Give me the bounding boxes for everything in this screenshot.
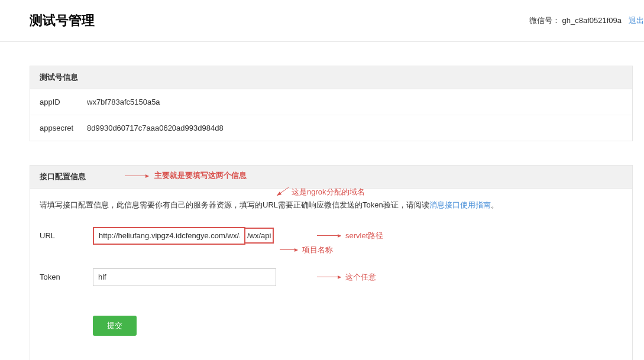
test-info-header: 测试号信息 [30, 66, 632, 89]
appid-row: appID wx7bf783afc5150a5a [30, 89, 632, 115]
main-content: 测试号信息 appID wx7bf783afc5150a5a appsecret… [0, 42, 644, 360]
url-input[interactable] [94, 228, 244, 244]
url-row: URL /wx/api servlet路径 项目名称 [30, 221, 632, 251]
annotation-ngrok: 这是ngrok分配的域名 [274, 186, 365, 198]
url-input-highlight [93, 227, 245, 245]
appid-value: wx7bf783afc5150a5a [87, 98, 160, 106]
appsecret-label: appsecret [40, 124, 87, 132]
api-config-section: 接口配置信息 主要就是要填写这两个信息 这是ngrok分配的域名 请填写接口配置… [30, 165, 633, 360]
appid-label: appID [40, 98, 87, 106]
svg-marker-1 [277, 192, 281, 196]
doc-link[interactable]: 消息接口使用指南 [429, 200, 491, 209]
annotation-servlet: servlet路径 [317, 231, 383, 241]
top-bar: 测试号管理 微信号： gh_c8af0521f09a 退出 [0, 0, 644, 42]
api-config-header: 接口配置信息 主要就是要填写这两个信息 [30, 166, 632, 189]
url-path-segment: /wx/api [245, 228, 274, 244]
token-row: Token 这个任意 [30, 262, 632, 292]
appsecret-value: 8d9930d60717c7aaa0620ad993d984d8 [87, 124, 224, 132]
test-info-section: 测试号信息 appID wx7bf783afc5150a5a appsecret… [30, 66, 633, 141]
submit-button[interactable]: 提交 [93, 316, 137, 336]
wechat-id-text: 微信号： gh_c8af0521f09a [529, 15, 622, 26]
appsecret-row: appsecret 8d9930d60717c7aaa0620ad993d984… [30, 115, 632, 141]
token-label: Token [40, 273, 93, 281]
logout-link[interactable]: 退出 [629, 15, 644, 26]
annotation-main-note: 主要就是要填写这两个信息 [125, 170, 247, 181]
page-title: 测试号管理 [30, 12, 95, 30]
header-right: 微信号： gh_c8af0521f09a 退出 [529, 15, 644, 26]
token-input[interactable] [93, 268, 276, 286]
annotation-project: 项目名称 [280, 245, 333, 255]
annotation-token: 这个任意 [317, 272, 376, 283]
submit-row: 提交 [30, 292, 632, 360]
url-label: URL [40, 231, 93, 240]
